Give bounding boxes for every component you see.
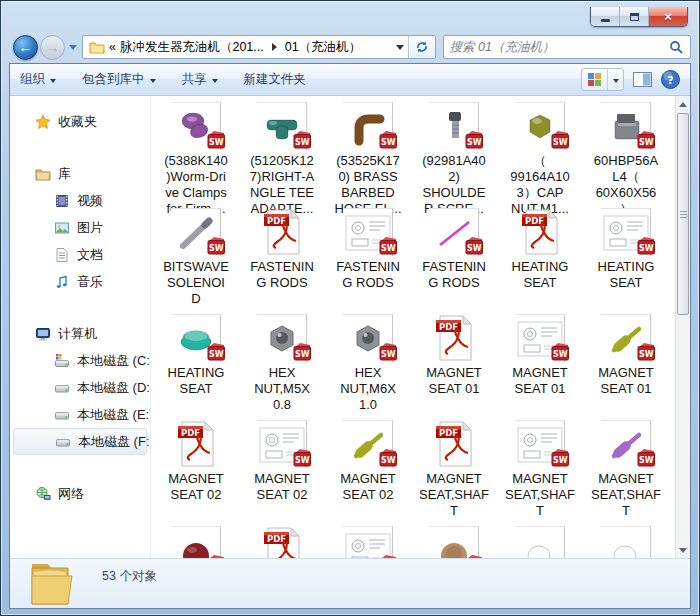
file-item[interactable]: SWHEX NUT,M5X 0.8	[239, 314, 325, 420]
file-item[interactable]: PDF	[239, 526, 325, 558]
solidworks-part-icon: SW	[171, 102, 221, 150]
file-item[interactable]: SW(53525K17 0) BRASS BARBED HOSE EL...	[325, 102, 411, 208]
scroll-down-button[interactable]	[676, 542, 690, 558]
search-box[interactable]: 搜索 01（充油机）	[443, 35, 691, 59]
chevron-down-icon	[150, 79, 156, 83]
file-item[interactable]: SWBITSWAVE SOLENOI D	[153, 208, 239, 314]
file-grid[interactable]: SW(5388K140 )Worm-Dri ve Clamps for Firm…	[151, 96, 675, 558]
include-in-library-button[interactable]: 包含到库中	[82, 71, 156, 88]
file-item[interactable]: SW(92981A40 2) SHOULDE R SCRE...	[411, 102, 497, 208]
svg-text:SW: SW	[639, 456, 654, 465]
file-item[interactable]: SWMAGNET SEAT 01	[583, 314, 669, 420]
solidworks-part-icon: SW	[601, 102, 651, 150]
solidworks-badge-icon: SW	[637, 342, 656, 365]
vertical-scrollbar[interactable]	[675, 96, 690, 558]
svg-text:SW: SW	[639, 244, 654, 253]
svg-text:SW: SW	[381, 138, 396, 147]
file-item[interactable]: SW60HBP56A L4（ 60X60X56 ）	[583, 102, 669, 208]
sidebar-item-videos[interactable]: 视频	[10, 187, 150, 214]
file-item[interactable]: SWMAGNET SEAT 02	[325, 420, 411, 526]
address-bar[interactable]: « 脉冲发生器充油机（201... 01（充油机）	[82, 35, 436, 59]
file-name-label: FASTENIN G RODS	[240, 259, 324, 291]
sidebar-item-pictures[interactable]: 图片	[10, 214, 150, 241]
scroll-down-icon	[679, 548, 687, 553]
file-item[interactable]: SWMAGNET SEAT,SHAF T	[583, 420, 669, 526]
refresh-button[interactable]	[408, 36, 435, 58]
solidworks-badge-icon: SW	[293, 342, 312, 365]
maximize-button[interactable]	[620, 7, 649, 26]
search-icon[interactable]	[669, 40, 684, 55]
breadcrumb-segment-current[interactable]: 01（充油机）	[285, 39, 361, 56]
file-item[interactable]: PDFMAGNET SEAT 02	[153, 420, 239, 526]
title-bar[interactable]: ×	[1, 1, 699, 31]
scroll-up-button[interactable]	[676, 96, 690, 112]
file-item[interactable]: SWFASTENIN G RODS	[325, 208, 411, 314]
file-name-label: HEATING SEAT	[584, 259, 668, 291]
solidworks-part-icon: SW	[515, 102, 565, 150]
library-icon	[34, 165, 51, 182]
sidebar-item-disk-d[interactable]: 本地磁盘 (D:)	[10, 374, 150, 401]
sidebar-item-disk-e[interactable]: 本地磁盘 (E:)	[10, 401, 150, 428]
search-placeholder[interactable]: 搜索 01（充油机）	[450, 39, 669, 56]
views-icon[interactable]	[582, 69, 608, 90]
new-folder-button[interactable]: 新建文件夹	[244, 71, 307, 88]
sidebar-item-disk-c[interactable]: 本地磁盘 (C:)	[10, 347, 150, 374]
sidebar-item-music[interactable]: 音乐	[10, 268, 150, 295]
close-icon: ×	[664, 9, 672, 24]
file-item[interactable]: SWHEATING SEAT	[153, 314, 239, 420]
pdf-file-icon: PDF	[429, 314, 479, 362]
organize-button[interactable]: 组织	[20, 71, 56, 88]
change-view-button[interactable]	[581, 68, 624, 91]
sidebar-item-libraries[interactable]: 库	[10, 160, 150, 187]
file-item[interactable]: PDFFASTENIN G RODS	[239, 208, 325, 314]
sidebar-item-disk-f[interactable]: 本地磁盘 (F:)	[13, 428, 147, 455]
file-item[interactable]: PDFMAGNET SEAT,SHAF T	[411, 420, 497, 526]
forward-button[interactable]: →	[40, 35, 65, 60]
file-item[interactable]	[583, 526, 669, 558]
back-button[interactable]: ←	[13, 35, 38, 60]
file-item[interactable]: SW	[411, 526, 497, 558]
file-item[interactable]: SWHEATING SEAT	[583, 208, 669, 314]
help-button[interactable]: ?	[661, 69, 680, 91]
explorer-window: × ← → « 脉冲发生器充油机（201... 01（充油机） 搜索 01（充油…	[0, 0, 700, 616]
file-item[interactable]: SWFASTENIN G RODS	[411, 208, 497, 314]
file-item[interactable]: SWHEX NUT,M6X 1.0	[325, 314, 411, 420]
file-item[interactable]: SW(5388K140 )Worm-Dri ve Clamps for Firm…	[153, 102, 239, 208]
solidworks-badge-icon: SW	[379, 130, 398, 153]
sidebar-item-network[interactable]: 网络	[10, 480, 150, 507]
minimize-button[interactable]	[591, 7, 620, 26]
scrollbar-thumb[interactable]	[677, 113, 689, 315]
status-bar: 53 个对象	[10, 558, 690, 608]
file-item[interactable]: PDFMAGNET SEAT 01	[411, 314, 497, 420]
sidebar-item-label: 收藏夹	[58, 113, 97, 131]
share-button[interactable]: 共享	[182, 71, 218, 88]
sidebar-item-favorites[interactable]: 收藏夹	[10, 108, 150, 135]
sidebar-item-documents[interactable]: 文档	[10, 241, 150, 268]
breadcrumb[interactable]: « 脉冲发生器充油机（201... 01（充油机）	[83, 36, 408, 58]
file-item[interactable]: SW	[153, 526, 239, 558]
solidworks-badge-icon: SW	[207, 130, 226, 153]
breadcrumb-segment-parent[interactable]: 脉冲发生器充油机（201...	[120, 39, 264, 56]
breadcrumb-overflow[interactable]: «	[109, 40, 116, 54]
preview-pane-button[interactable]	[633, 69, 652, 91]
file-item[interactable]: SWMAGNET SEAT 02	[239, 420, 325, 526]
sidebar-group-network: 网络	[10, 480, 150, 507]
svg-text:SW: SW	[553, 456, 568, 465]
recent-pages-dropdown[interactable]	[69, 45, 77, 50]
chevron-right-icon[interactable]	[272, 43, 277, 51]
organize-button-label: 组织	[20, 71, 45, 88]
file-item[interactable]	[497, 526, 583, 558]
file-item[interactable]: SWMAGNET SEAT,SHAF T	[497, 420, 583, 526]
close-button[interactable]: ×	[649, 7, 687, 26]
file-item[interactable]: SW（ 99164A10 3）CAP NUT,M1...	[497, 102, 583, 208]
file-item[interactable]: PDFHEATING SEAT	[497, 208, 583, 314]
sidebar-item-computer[interactable]: 计算机	[10, 320, 150, 347]
file-item[interactable]: SW(51205K12 7)RIGHT-A NGLE TEE ADAPTE...	[239, 102, 325, 208]
scrollbar-track[interactable]	[676, 112, 690, 542]
drive-win-icon	[53, 352, 70, 369]
views-dropdown-icon[interactable]	[608, 69, 623, 90]
address-dropdown-icon[interactable]	[396, 45, 404, 50]
main-area: 收藏夹库视频图片文档音乐计算机本地磁盘 (C:)本地磁盘 (D:)本地磁盘 (E…	[10, 96, 690, 558]
file-item[interactable]: SW	[325, 526, 411, 558]
file-item[interactable]: SWMAGNET SEAT 01	[497, 314, 583, 420]
